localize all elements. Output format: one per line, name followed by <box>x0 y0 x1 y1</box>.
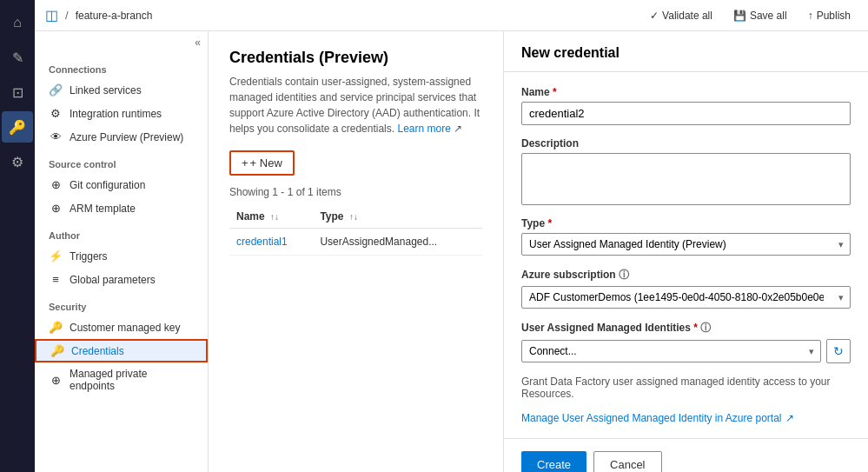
author-section-label: Author <box>35 220 208 244</box>
source-control-section-label: Source control <box>35 149 208 173</box>
security-section-label: Security <box>35 291 208 316</box>
icon-rail: ⌂ ✎ ⊡ 🔑 ⚙ <box>0 0 35 472</box>
triggers-icon: ⚡ <box>49 249 63 263</box>
sidebar-item-linked-services[interactable]: 🔗 Linked services <box>35 78 208 102</box>
settings-nav-icon[interactable]: ⚙ <box>2 146 33 177</box>
validate-all-button[interactable]: ✓ Validate all <box>643 6 719 25</box>
name-required-star: * <box>553 86 557 98</box>
credentials-description: Credentials contain user-assigned, syste… <box>229 74 482 136</box>
description-label: Description <box>521 137 851 150</box>
type-sort-icon: ↑↓ <box>349 212 358 222</box>
type-select[interactable]: User Assigned Managed Identity (Preview)… <box>521 233 851 256</box>
sidebar-item-arm-template[interactable]: ⊕ ARM template <box>35 196 208 220</box>
credentials-table: Name ↑↓ Type ↑↓ credential1 <box>229 205 482 256</box>
sidebar-item-credentials[interactable]: 🔑 Credentials <box>35 339 208 362</box>
refresh-icon: ↻ <box>833 344 844 358</box>
uami-label: User Assigned Managed Identities * ⓘ <box>521 321 851 336</box>
uami-select-wrap: Connect... ▾ <box>521 340 821 362</box>
edit-nav-icon[interactable]: ✎ <box>2 42 33 73</box>
top-bar: ◫ / feature-a-branch ✓ Validate all 💾 Sa… <box>35 0 868 31</box>
create-button[interactable]: Create <box>521 451 586 472</box>
manage-link-icon: ↗ <box>785 412 794 424</box>
uami-required-star: * <box>693 322 698 334</box>
azure-subscription-label: Azure subscription ⓘ <box>521 268 851 283</box>
plus-icon: + <box>242 156 248 170</box>
uami-select[interactable]: Connect... <box>521 340 821 362</box>
showing-text: Showing 1 - 1 of 1 items <box>229 186 482 198</box>
cancel-button[interactable]: Cancel <box>593 451 661 472</box>
uami-refresh-button[interactable]: ↻ <box>826 339 851 363</box>
publish-icon: ↑ <box>808 10 813 22</box>
name-column-header[interactable]: Name ↑↓ <box>229 205 313 229</box>
sidebar: « Connections 🔗 Linked services ⚙ Integr… <box>35 31 209 472</box>
azure-subscription-select-wrap: ADF CustomerDemos (1ee1495-0e0d-4050-818… <box>521 286 851 309</box>
type-select-wrap: User Assigned Managed Identity (Preview)… <box>521 233 851 256</box>
credential1-type: UserAssignedManaged... <box>313 229 482 256</box>
save-all-button[interactable]: 💾 Save all <box>726 6 794 25</box>
sidebar-item-git-configuration[interactable]: ⊕ Git configuration <box>35 173 208 196</box>
azure-purview-icon: 👁 <box>49 130 63 143</box>
type-field-group: Type * User Assigned Managed Identity (P… <box>521 217 851 256</box>
sidebar-item-azure-purview[interactable]: 👁 Azure Purview (Preview) <box>35 125 208 149</box>
integration-runtimes-icon: ⚙ <box>49 107 63 120</box>
learn-more-link[interactable]: Learn more <box>397 123 450 135</box>
new-credential-button[interactable]: + + New <box>229 150 295 176</box>
validate-icon: ✓ <box>650 10 659 22</box>
sidebar-item-global-parameters[interactable]: ≡ Global parameters <box>35 268 208 291</box>
credentials-panel: Credentials (Preview) Credentials contai… <box>209 31 503 472</box>
new-credential-header: New credential <box>504 31 868 72</box>
sidebar-item-customer-managed-key[interactable]: 🔑 Customer managed key <box>35 316 208 339</box>
azure-subscription-select[interactable]: ADF CustomerDemos (1ee1495-0e0d-4050-818… <box>521 286 851 309</box>
monitor-nav-icon[interactable]: ⊡ <box>2 76 33 108</box>
table-row: credential1 UserAssignedManaged... <box>229 229 482 256</box>
name-label: Name * <box>521 86 851 98</box>
new-credential-panel: New credential Name * Description <box>503 31 868 472</box>
arm-template-icon: ⊕ <box>49 202 63 215</box>
type-label: Type * <box>521 217 851 229</box>
manage-uami-link[interactable]: Manage User Assigned Managed Identity in… <box>521 412 851 424</box>
managed-endpoints-icon: ⊕ <box>49 374 63 387</box>
home-nav-icon[interactable]: ⌂ <box>2 7 33 38</box>
content-area: « Connections 🔗 Linked services ⚙ Integr… <box>35 31 868 472</box>
sidebar-item-managed-private-endpoints[interactable]: ⊕ Managed private endpoints <box>35 362 208 397</box>
name-field-group: Name * <box>521 86 851 125</box>
uami-field-row: Connect... ▾ ↻ <box>521 339 851 363</box>
adf-icon: ◫ <box>45 7 58 23</box>
type-column-header[interactable]: Type ↑↓ <box>313 205 482 229</box>
new-credential-footer: Create Cancel <box>504 438 868 472</box>
top-bar-actions: ✓ Validate all 💾 Save all ↑ Publish <box>643 6 858 25</box>
new-credential-title: New credential <box>521 45 851 61</box>
publish-button[interactable]: ↑ Publish <box>801 6 858 25</box>
git-config-icon: ⊕ <box>49 178 63 191</box>
global-params-icon: ≡ <box>49 273 63 286</box>
connections-section-label: Connections <box>35 54 208 78</box>
linked-services-icon: 🔗 <box>49 83 63 96</box>
azure-subscription-info-icon[interactable]: ⓘ <box>619 269 629 281</box>
description-textarea[interactable] <box>521 153 851 205</box>
uami-field-group: User Assigned Managed Identities * ⓘ Con… <box>521 321 851 363</box>
uami-info-icon[interactable]: ⓘ <box>700 322 711 334</box>
azure-subscription-field-group: Azure subscription ⓘ ADF CustomerDemos (… <box>521 268 851 309</box>
credentials-sidebar-icon: 🔑 <box>50 344 64 357</box>
description-field-group: Description <box>521 137 851 205</box>
save-icon: 💾 <box>733 10 746 22</box>
new-credential-body: Name * Description Type * <box>504 72 868 438</box>
credentials-nav-icon[interactable]: 🔑 <box>2 111 33 143</box>
collapse-sidebar-button[interactable]: « <box>195 37 201 49</box>
credential1-link[interactable]: credential1 <box>236 236 288 248</box>
breadcrumb-separator: / <box>65 9 69 22</box>
type-required-star: * <box>547 217 552 229</box>
sidebar-item-integration-runtimes[interactable]: ⚙ Integration runtimes <box>35 102 208 125</box>
customer-managed-key-icon: 🔑 <box>49 321 63 334</box>
grant-text: Grant Data Factory user assigned managed… <box>521 376 851 400</box>
credentials-title: Credentials (Preview) <box>229 49 482 67</box>
name-sort-icon: ↑↓ <box>270 212 279 222</box>
breadcrumb-branch: feature-a-branch <box>76 10 153 22</box>
sidebar-item-triggers[interactable]: ⚡ Triggers <box>35 244 208 268</box>
name-input[interactable] <box>521 102 851 125</box>
